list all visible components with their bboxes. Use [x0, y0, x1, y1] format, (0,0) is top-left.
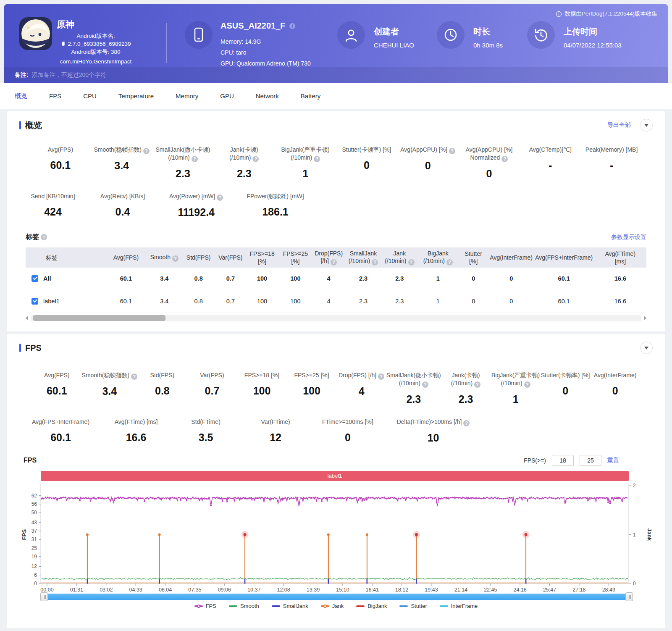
device-cpu: CPU: taro: [220, 47, 311, 58]
info-icon[interactable]: ?: [449, 148, 455, 154]
metric-avg-ctemp: Avg(CTemp)[℃]-: [520, 146, 581, 180]
info-icon[interactable]: ?: [131, 373, 137, 380]
device-icon-circle: [185, 21, 213, 49]
info-icon[interactable]: ?: [524, 381, 530, 388]
tab-gpu[interactable]: GPU: [220, 92, 234, 100]
legend-label: Smooth: [240, 603, 259, 609]
column-header-stutter: Stutter[%]: [458, 248, 489, 267]
legend-item-smalljank[interactable]: SmallJank: [272, 603, 308, 609]
range-handle-right[interactable]: [625, 592, 633, 601]
legend-mark-icon: [440, 605, 448, 607]
info-icon[interactable]: ?: [463, 420, 470, 426]
chart-range-slider[interactable]: [41, 594, 633, 600]
info-icon[interactable]: ?: [314, 156, 320, 162]
tab-memory[interactable]: Memory: [176, 92, 198, 100]
scroll-right-arrow-icon[interactable]: [644, 316, 646, 320]
legend-item-jank[interactable]: Jank: [321, 603, 344, 609]
info-icon[interactable]: ?: [378, 373, 384, 380]
tab-cpu[interactable]: CPU: [83, 92, 97, 100]
metric-label: SmallJank(微小卡顿): [152, 146, 214, 154]
info-icon[interactable]: ?: [172, 255, 178, 262]
legend-item-interframe[interactable]: InterFrame: [440, 603, 478, 609]
info-icon[interactable]: ?: [217, 195, 223, 201]
fps-chart[interactable]: 06121925313743505662FPS012Jank00:0001:31…: [19, 481, 666, 593]
tab-temperature[interactable]: Temperature: [118, 92, 154, 100]
info-icon[interactable]: ?: [143, 148, 150, 154]
metric-value: 3.4: [91, 160, 152, 172]
reset-link[interactable]: 重置: [607, 457, 619, 464]
info-icon[interactable]: ?: [501, 156, 508, 162]
android-version-label: Android版本名:: [54, 32, 138, 40]
legend-mark-icon: [194, 605, 203, 607]
divider: [21, 361, 651, 361]
svg-text:06:04: 06:04: [159, 587, 172, 593]
section-tabs: 概览FPSCPUTemperatureMemoryGPUNetworkBatte…: [0, 83, 672, 109]
metric-value: 3.4: [82, 385, 138, 397]
row-checkbox[interactable]: [32, 298, 38, 305]
info-icon[interactable]: ?: [41, 234, 47, 240]
metric-value: -: [581, 159, 642, 171]
metric-value: 100: [237, 385, 287, 397]
metric-label: FPS>=18 [%]: [237, 371, 287, 379]
legend-mark-icon: [229, 605, 237, 607]
scrollbar-track[interactable]: [31, 315, 641, 321]
creator-icon-circle: [337, 21, 365, 49]
svg-text:25:47: 25:47: [543, 587, 556, 593]
legend-item-smooth[interactable]: Smooth: [229, 603, 259, 609]
info-icon[interactable]: ?: [446, 259, 453, 266]
remark-label: 备注:: [15, 71, 29, 79]
svg-text:03:02: 03:02: [100, 587, 113, 593]
tab-fps[interactable]: FPS: [49, 92, 61, 100]
cell-value: 3.4: [147, 273, 181, 284]
scrollbar-thumb[interactable]: [33, 315, 165, 321]
cell-value: 100: [245, 295, 278, 307]
metric-value: 12: [252, 431, 299, 444]
legend-item-stutter[interactable]: Stutter: [399, 603, 427, 609]
metric-value: 60.1: [32, 431, 89, 444]
param-display-settings-link[interactable]: 参数显示设置: [611, 234, 646, 241]
info-icon[interactable]: ?: [422, 381, 428, 388]
export-all-link[interactable]: 导出全部: [607, 121, 631, 129]
info-icon[interactable]: ?: [408, 259, 415, 266]
metric-label: Peak(Memory) [MB]: [581, 146, 642, 154]
collapse-overview-button[interactable]: [640, 119, 653, 131]
chart-legend: FPSSmoothSmallJankJankBigJankStutterInte…: [7, 603, 665, 609]
fps-card: FPS Avg(FPS)60.1Smooth(稳帧指数)?3.4Std(FPS)…: [7, 334, 665, 628]
svg-text:10:37: 10:37: [247, 587, 260, 593]
metric-label: Avg(AppCPU) [%]?: [397, 146, 459, 154]
table-row-label1: label160.13.40.80.710010042.32.310060.11…: [26, 290, 646, 313]
legend-item-fps[interactable]: FPS: [194, 603, 216, 609]
cell-value: 60.1: [534, 273, 594, 284]
info-icon[interactable]: ?: [331, 259, 337, 266]
collapse-fps-button[interactable]: [640, 342, 653, 354]
header-divider: [166, 23, 167, 63]
report-header: 原神 Android版本名: 2.7.0_6933856_6989239 And…: [4, 4, 668, 83]
info-icon[interactable]: ?: [192, 156, 198, 162]
column-header-bigjank: BigJank(/10min)?: [418, 247, 458, 268]
tab-item[interactable]: 概览: [15, 92, 27, 100]
legend-label: SmallJank: [283, 603, 308, 609]
remark-input[interactable]: 添加备注，不超过200个字符: [32, 71, 106, 79]
metric-value: 0.7: [187, 385, 237, 397]
range-handle-left[interactable]: [40, 592, 48, 601]
column-header-fps-18: FPS>=18[%]: [245, 248, 278, 267]
scroll-left-arrow-icon[interactable]: [26, 316, 28, 320]
info-icon[interactable]: ?: [252, 156, 259, 162]
metric-smooth: Smooth(稳帧指数)?3.4: [82, 371, 138, 405]
metric-value: 0: [397, 160, 459, 172]
tab-network[interactable]: Network: [256, 92, 279, 100]
collect-info: 数据由PerfDog(7.1.220544)版本收集: [556, 10, 657, 18]
metric-var-ftime: Var(FTime)12: [252, 418, 299, 444]
info-icon[interactable]: ?: [372, 259, 378, 266]
row-checkbox[interactable]: [32, 275, 38, 282]
cell-value: 100: [279, 273, 312, 284]
fps-threshold-low-input[interactable]: [552, 455, 574, 466]
info-icon[interactable]: i: [289, 23, 296, 29]
info-icon[interactable]: ?: [474, 381, 480, 388]
metric-ftime-100ms: FTime>=100ms [%]0: [322, 418, 373, 444]
metric-label: Jank(卡顿): [441, 371, 491, 379]
cell-value: 0: [489, 273, 534, 284]
tab-battery[interactable]: Battery: [301, 92, 321, 100]
fps-threshold-high-input[interactable]: [580, 455, 601, 466]
legend-item-bigjank[interactable]: BigJank: [356, 603, 387, 609]
